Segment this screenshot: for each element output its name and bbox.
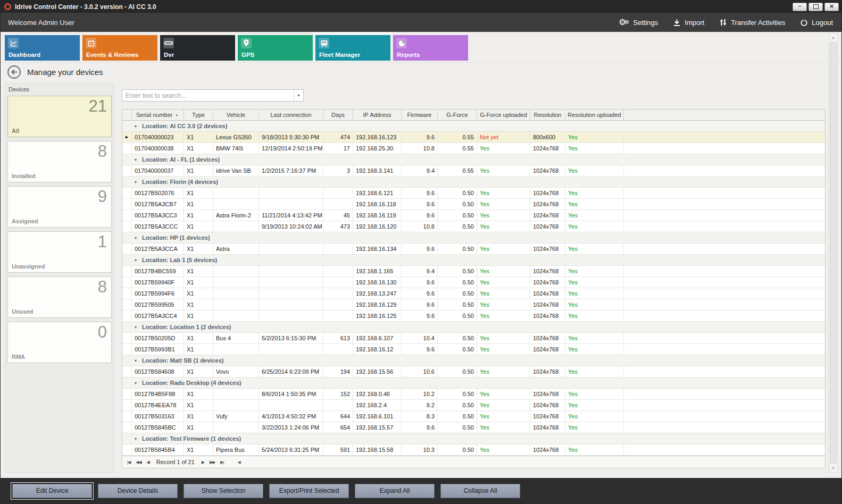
collapse-icon[interactable] [133, 359, 138, 363]
back-button[interactable] [7, 65, 21, 79]
prev-record-button[interactable] [146, 460, 150, 465]
scroll-up-icon[interactable] [831, 34, 835, 41]
action-import[interactable]: Import [673, 19, 704, 27]
filter-card-rma[interactable]: 0RMA [7, 322, 112, 363]
tab-events-reviews[interactable]: Events & Reviews [82, 35, 157, 61]
filter-card-all[interactable]: 21All [7, 96, 112, 137]
cell-resolution: 1024x768 [530, 221, 565, 232]
table-row[interactable]: 00127B584608X1Vovo6/25/2014 6:23:09 PM19… [122, 366, 825, 377]
tab-dashboard[interactable]: Dashboard [5, 35, 80, 61]
table-row[interactable]: 017040000037X1idrive Van SB1/2/2015 7:16… [122, 165, 825, 177]
scrollbar-thumb[interactable] [830, 42, 837, 464]
group-row-location-matt-sb-1-devices[interactable]: Location: Matt SB (1 devices) [122, 355, 825, 366]
edit-device-button[interactable]: Edit Device [12, 484, 92, 498]
show-selection-button[interactable]: Show Selection [184, 484, 263, 498]
minimize-icon[interactable] [793, 3, 807, 11]
search-combobox[interactable] [122, 89, 304, 102]
last-record-button[interactable] [220, 460, 224, 465]
table-row[interactable]: 00127B5A3CCCX19/19/2013 10:24:02 AM47319… [122, 221, 825, 232]
table-row[interactable]: 00127B5A3CCAX1Astra192.168.16.1349.60.50… [122, 243, 825, 255]
title-bar[interactable]: Idrive Control Center - 3.0.2 version - … [1, 1, 841, 13]
chevron-down-icon[interactable] [294, 90, 303, 101]
cell-firmware: 10.2 [402, 389, 438, 399]
table-row[interactable]: 00127B4BC559X1192.168.1.1659.40.50Yes102… [122, 266, 825, 277]
cell-resolution: 1024x768 [530, 210, 565, 221]
table-row[interactable]: 00127B5845B4X1Pipera Bus5/24/2013 6:31:2… [122, 444, 825, 456]
table-row[interactable]: 00127B5993B1X1192.168.16.129.60.50Yes102… [122, 344, 825, 355]
collapse-icon[interactable] [133, 124, 138, 128]
close-icon[interactable] [824, 3, 839, 11]
column-header-resolution-uploaded[interactable]: Resolution uploaded [565, 110, 624, 120]
column-header-g-force-uploaded[interactable]: G-Force uploaded [477, 110, 530, 120]
table-header-row: Serial numberTypeVehicleLast connectionD… [122, 110, 825, 121]
group-row-location-test-firmware-1-devices[interactable]: Location: Test Firmware (1 devices) [122, 433, 825, 444]
table-row[interactable]: 00127B5845BCX13/22/2013 1:24:06 PM654192… [122, 422, 825, 433]
group-row-location-ai-fl-1-devices[interactable]: Location: AI - FL (1 devices) [122, 154, 825, 165]
cell-g-force: 0.50 [438, 444, 477, 455]
cell-ip-address: 192.168.16.119 [353, 210, 402, 221]
h-scroll-left-icon[interactable] [237, 460, 241, 465]
collapse-icon[interactable] [133, 258, 138, 262]
group-row-location-hp-1-devices[interactable]: Location: HP (1 devices) [122, 232, 825, 243]
vertical-scrollbar[interactable] [829, 33, 838, 473]
collapse-icon[interactable] [133, 158, 138, 162]
table-row[interactable]: 00127B50205DX1Bus 45/2/2013 6:15:30 PM61… [122, 333, 825, 344]
group-row-location-florin-4-devices[interactable]: Location: Florin (4 devices) [122, 177, 825, 188]
column-header-days[interactable]: Days [323, 110, 353, 120]
table-row[interactable]: 00127B4B5F88X18/6/2014 1:50:35 PM152192.… [122, 389, 825, 400]
prev-page-button[interactable] [135, 460, 141, 465]
group-row-location-radu-desktop-4-devices[interactable]: Location: Radu Desktop (4 devices) [122, 377, 825, 389]
filter-card-assigned[interactable]: 9Assigned [7, 186, 112, 228]
table-row[interactable]: 00127B5A3CB7X1192.168.16.1189.60.50Yes10… [122, 199, 825, 210]
table-row[interactable]: 00127B502076X1192.168.6.1219.60.50Yes102… [122, 188, 825, 199]
tab-dvr[interactable]: Dvr [160, 35, 235, 61]
table-row[interactable]: 00127B503163X1Vufy4/1/2013 4:50:32 PM644… [122, 411, 825, 422]
action-logout[interactable]: Logout [800, 19, 833, 27]
search-row [122, 89, 826, 102]
column-header-firmware[interactable]: Firmware [402, 110, 438, 120]
table-row[interactable]: 00127B5994F6X1192.168.13.2479.60.50Yes10… [122, 288, 825, 299]
filter-card-unassigned[interactable]: 1Unassigned [7, 231, 112, 273]
collapse-all-button[interactable]: Collapse All [440, 484, 520, 498]
table-row[interactable]: 00127B59940FX1192.168.16.1309.60.50Yes10… [122, 277, 825, 288]
table-row[interactable]: 00127B5A3CC3X1Astra Florin-211/21/2014 4… [122, 210, 825, 221]
column-header-type[interactable]: Type [184, 110, 213, 120]
action-transfer[interactable]: Transfer Activities [719, 19, 785, 27]
table-row[interactable]: 00127B4EEA78X1192.168.2.49.20.50Yes1024x… [122, 400, 825, 411]
collapse-icon[interactable] [133, 437, 138, 441]
table-row[interactable]: 00127B5A3CC4X1192.168.16.1259.60.50Yes10… [122, 310, 825, 322]
filter-card-unused[interactable]: 8Unused [7, 276, 112, 318]
group-row-location-ai-cc-3-0-2-devices[interactable]: Location: AI CC 3.0 (2 devices) [122, 121, 825, 132]
tab-fleet-manager[interactable]: Fleet Manager [315, 35, 390, 61]
group-row-location-location-1-2-devices[interactable]: Location: Location 1 (2 devices) [122, 322, 825, 333]
first-record-button[interactable] [127, 460, 131, 465]
search-input[interactable] [122, 92, 294, 99]
filter-card-installed[interactable]: 8Installed [7, 141, 112, 182]
next-page-button[interactable] [209, 460, 215, 465]
maximize-icon[interactable] [808, 3, 823, 11]
export-print-selected-button[interactable]: Export/Print Selected [269, 484, 349, 498]
column-header-vehicle[interactable]: Vehicle [213, 110, 259, 120]
column-header-g-force[interactable]: G-Force [438, 110, 477, 120]
table-row[interactable]: 017040000023X1Lexus GS3509/18/2013 5:30:… [122, 132, 825, 143]
tab-reports[interactable]: Reports [393, 35, 468, 61]
next-record-button[interactable] [201, 460, 205, 465]
collapse-icon[interactable] [133, 381, 138, 385]
column-header-last-connection[interactable]: Last connection [259, 110, 323, 120]
app-window: Idrive Control Center - 3.0.2 version - … [0, 0, 842, 504]
column-header-ip-address[interactable]: IP Address [353, 110, 402, 120]
table-row[interactable]: 017040000038X1BMW 740i12/19/2014 2:50:19… [122, 143, 825, 154]
tab-gps[interactable]: GPS [238, 35, 313, 61]
column-header-serial-number[interactable]: Serial number [132, 110, 184, 120]
action-settings[interactable]: ⚙⚙Settings [619, 18, 658, 27]
group-row-location-lab-1-5-devices[interactable]: Location: Lab 1 (5 devices) [122, 255, 825, 266]
table-row[interactable]: 00127B599505X1192.168.16.1299.60.50Yes10… [122, 299, 825, 310]
expand-all-button[interactable]: Expand All [355, 484, 435, 498]
column-header-resolution[interactable]: Resolution [530, 110, 565, 120]
collapse-icon[interactable] [133, 236, 138, 240]
collapse-icon[interactable] [133, 180, 138, 184]
collapse-icon[interactable] [133, 325, 138, 329]
cell-filler [624, 299, 825, 310]
device-details-button[interactable]: Device Details [98, 484, 178, 498]
scroll-down-icon[interactable] [831, 465, 835, 472]
